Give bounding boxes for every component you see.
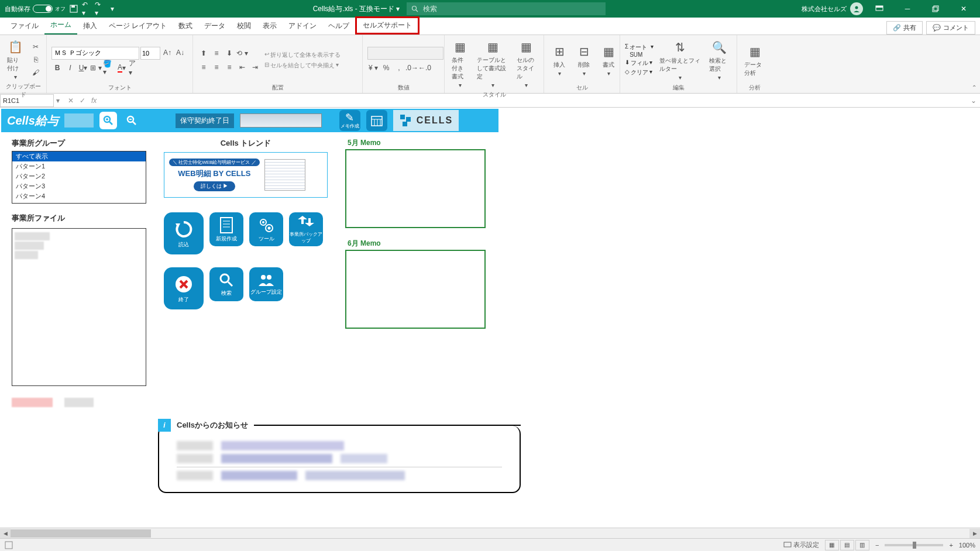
font-select[interactable] xyxy=(51,47,139,60)
tab-review[interactable]: 校閲 xyxy=(231,18,257,35)
office-file-listbox[interactable] xyxy=(12,228,146,386)
align-middle-icon[interactable]: ≡ xyxy=(211,47,222,59)
trend-banner[interactable]: ＼ 社労士特化WEB給与明細サービス ／ WEB明細 BY CELLS 詳しくは… xyxy=(164,152,328,198)
close-icon[interactable]: ✕ xyxy=(952,1,975,17)
redo-icon[interactable]: ↷ ▾ xyxy=(95,4,104,13)
paste-button[interactable]: 📋 貼り付け ▾ xyxy=(5,37,26,81)
news-row[interactable] xyxy=(177,454,502,463)
autosave-toggle[interactable]: 自動保存 オフ xyxy=(5,5,66,13)
search-box[interactable]: 検索 xyxy=(407,2,606,15)
autosum-button[interactable]: Σ オート SUM ▾ xyxy=(625,43,654,58)
memo-create-button[interactable]: ✎ メモ作成 xyxy=(339,110,360,131)
cut-icon[interactable]: ✂ xyxy=(30,41,42,53)
news-row[interactable] xyxy=(177,467,502,480)
fill-button[interactable]: ⬇ フィル ▾ xyxy=(625,59,654,67)
office-group-listbox[interactable]: すべて表示 パターン1 パターン2 パターン3 パターン4 パターン5 xyxy=(12,151,146,204)
tab-file[interactable]: ファイル xyxy=(5,18,44,35)
italic-button[interactable]: I xyxy=(64,62,76,74)
increase-font-icon[interactable]: A↑ xyxy=(161,47,173,58)
align-center-icon[interactable]: ≡ xyxy=(211,61,222,73)
expand-formula-icon[interactable]: ⌄ xyxy=(967,97,980,105)
memo2-box[interactable] xyxy=(345,250,486,329)
align-right-icon[interactable]: ≡ xyxy=(223,61,235,73)
decrease-decimal-icon[interactable]: ←.0 xyxy=(419,62,431,74)
format-table-button[interactable]: ▦テーブルとして書式設定▾ xyxy=(474,37,511,89)
name-box-dropdown[interactable]: ▾ xyxy=(54,97,62,105)
comma-icon[interactable]: , xyxy=(393,62,405,74)
format-painter-icon[interactable]: 🖌 xyxy=(30,67,42,78)
undo-icon[interactable]: ↶ ▾ xyxy=(82,4,91,13)
delete-cells-button[interactable]: ⊟削除▾ xyxy=(573,42,594,78)
group-setting-button[interactable]: グループ設定 xyxy=(249,267,283,301)
tab-formulas[interactable]: 数式 xyxy=(173,18,198,35)
scroll-left-icon[interactable]: ◀ xyxy=(0,529,11,538)
new-button[interactable]: 新規作成 xyxy=(209,212,243,246)
list-item[interactable] xyxy=(15,232,50,240)
analyze-data-button[interactable]: ▦データ分析 xyxy=(742,42,768,78)
phonetic-icon[interactable]: ア ▾ xyxy=(129,62,140,74)
tab-cells-support[interactable]: セルズサポート xyxy=(355,16,419,35)
scroll-right-icon[interactable]: ▶ xyxy=(969,529,980,538)
format-cells-button[interactable]: ▦書式▾ xyxy=(598,42,619,78)
minimize-icon[interactable]: ─ xyxy=(896,1,919,17)
zoom-slider[interactable] xyxy=(885,544,943,546)
list-item[interactable] xyxy=(15,251,38,259)
border-icon[interactable]: ⊞ ▾ xyxy=(90,62,102,74)
tab-help[interactable]: ヘルプ xyxy=(322,18,355,35)
zoom-in-button[interactable] xyxy=(99,112,117,129)
list-item[interactable]: パターン3 xyxy=(12,181,146,191)
list-item[interactable]: パターン5 xyxy=(12,201,146,203)
display-settings[interactable]: 表示設定 xyxy=(783,540,819,549)
tab-insert[interactable]: 挿入 xyxy=(77,18,103,35)
copy-icon[interactable]: ⎘ xyxy=(30,54,42,66)
tool-button[interactable]: ツール xyxy=(249,212,283,246)
page-layout-view-icon[interactable]: ▤ xyxy=(840,540,854,550)
tab-data[interactable]: データ xyxy=(198,18,231,35)
insert-cells-button[interactable]: ⊞挿入▾ xyxy=(549,42,570,78)
banner-detail-button[interactable]: 詳しくは ▶ xyxy=(194,181,236,191)
align-bottom-icon[interactable]: ⬇ xyxy=(223,47,235,59)
zoom-out-button[interactable] xyxy=(123,112,140,129)
exit-button[interactable]: 終了 xyxy=(164,267,204,309)
collapse-ribbon-icon[interactable]: ⌃ xyxy=(972,84,976,91)
maximize-icon[interactable] xyxy=(924,1,947,17)
tab-home[interactable]: ホーム xyxy=(44,16,77,35)
list-item[interactable]: パターン4 xyxy=(12,191,146,201)
confirm-formula-icon[interactable]: ✓ xyxy=(80,97,85,105)
number-format-select[interactable] xyxy=(367,47,443,60)
user-account[interactable]: 株式会社セルズ xyxy=(802,2,863,15)
list-item[interactable]: パターン2 xyxy=(12,171,146,181)
conditional-format-button[interactable]: ▦条件付き書式▾ xyxy=(449,37,471,89)
bold-button[interactable]: B xyxy=(51,62,63,74)
normal-view-icon[interactable]: ▦ xyxy=(825,540,839,550)
fx-icon[interactable]: fx xyxy=(91,97,97,105)
ribbon-display-icon[interactable] xyxy=(868,1,891,17)
increase-indent-icon[interactable]: ⇥ xyxy=(249,61,261,73)
horizontal-scrollbar[interactable]: ◀ ▶ xyxy=(0,528,980,538)
align-left-icon[interactable]: ≡ xyxy=(198,61,209,73)
tab-view[interactable]: 表示 xyxy=(257,18,283,35)
font-color-icon[interactable]: A ▾ xyxy=(116,62,128,74)
tab-page-layout[interactable]: ページ レイアウト xyxy=(103,18,173,35)
save-icon[interactable] xyxy=(69,4,78,13)
fill-color-icon[interactable]: 🪣 ▾ xyxy=(103,62,115,74)
orientation-icon[interactable]: ⟲ ▾ xyxy=(236,47,248,59)
comment-button[interactable]: 💬 コメント xyxy=(926,21,975,35)
list-item[interactable] xyxy=(15,242,44,250)
cell-styles-button[interactable]: ▦セルのスタイル▾ xyxy=(514,37,539,89)
memo1-box[interactable] xyxy=(345,149,486,228)
cancel-formula-icon[interactable]: ✕ xyxy=(68,97,74,105)
share-button[interactable]: 🔗 共有 xyxy=(886,21,923,35)
increase-decimal-icon[interactable]: .0→ xyxy=(406,62,418,74)
search-button[interactable]: 検索 xyxy=(209,267,243,301)
zoom-out-status[interactable]: − xyxy=(875,542,879,549)
list-item[interactable]: すべて表示 xyxy=(12,151,146,161)
merge-center-button[interactable]: ⊟ セルを結合して中央揃え ▾ xyxy=(264,61,341,70)
underline-button[interactable]: U ▾ xyxy=(77,62,89,74)
load-button[interactable]: 読込 xyxy=(164,212,204,254)
qat-customize[interactable]: ▾ xyxy=(108,4,117,13)
find-select-button[interactable]: 🔍検索と選択▾ xyxy=(707,38,732,82)
sort-filter-button[interactable]: ⇅並べ替えとフィルター▾ xyxy=(657,38,703,82)
currency-icon[interactable]: ¥ ▾ xyxy=(367,62,379,74)
wrap-text-button[interactable]: ↩ 折り返して全体を表示する xyxy=(264,51,341,59)
